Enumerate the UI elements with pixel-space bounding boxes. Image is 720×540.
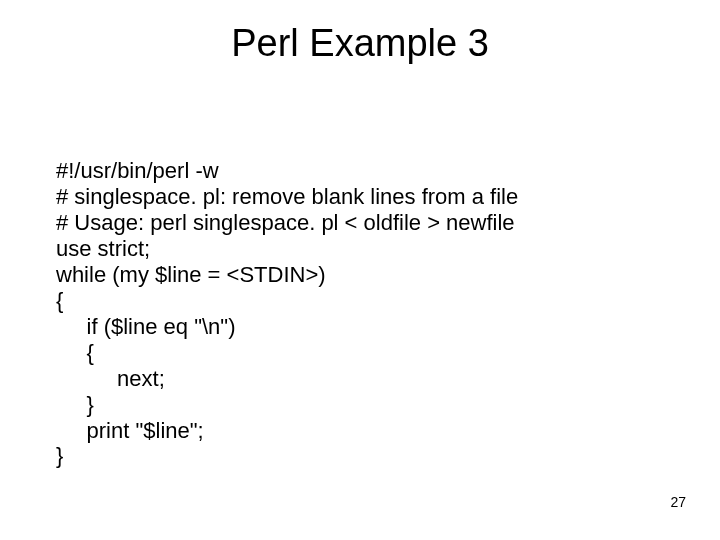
code-block: #!/usr/bin/perl -w # singlespace. pl: re… (56, 158, 518, 469)
page-number: 27 (670, 494, 686, 510)
slide-title: Perl Example 3 (0, 22, 720, 65)
slide: Perl Example 3 #!/usr/bin/perl -w # sing… (0, 0, 720, 540)
